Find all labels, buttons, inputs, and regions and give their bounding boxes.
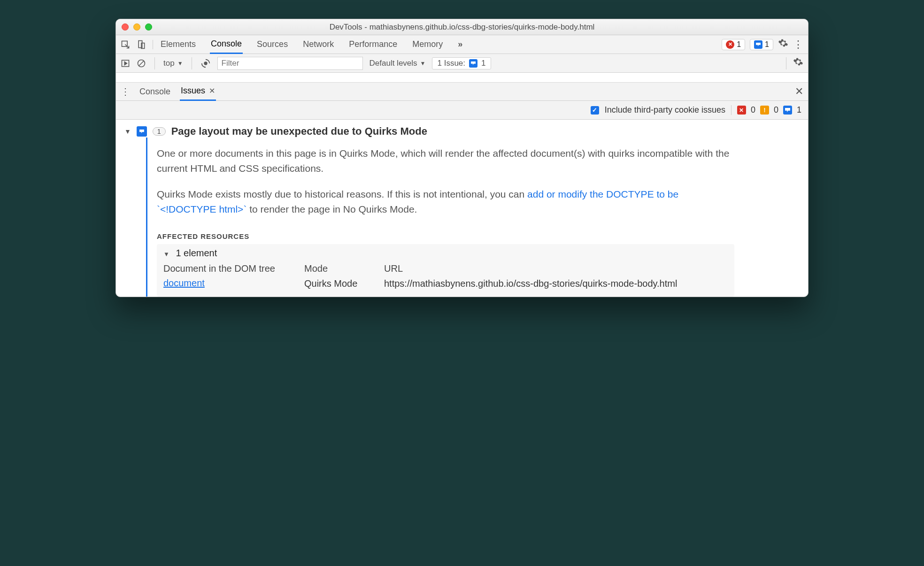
resources-table: Document in the DOM tree document Mode Q… xyxy=(163,263,728,290)
more-menu-icon[interactable]: ⋮ xyxy=(793,38,803,51)
dropdown-icon: ▼ xyxy=(420,60,426,67)
issue-count-pill: 1 xyxy=(153,127,166,136)
error-category-count: 0 xyxy=(751,105,755,115)
minimize-window-icon[interactable] xyxy=(133,23,140,31)
console-settings-icon[interactable] xyxy=(793,57,803,69)
issue-title: Page layout may be unexpected due to Qui… xyxy=(171,125,427,138)
error-category-icon xyxy=(737,106,746,115)
drawer-tab-console[interactable]: Console xyxy=(139,82,170,101)
issues-toolbar: ✓ Include third-party cookie issues 0 0 … xyxy=(116,101,808,120)
info-category-count: 1 xyxy=(797,105,801,115)
error-count-chip[interactable]: 1 xyxy=(722,39,745,50)
tabs-overflow[interactable]: » xyxy=(457,35,463,54)
url-value: https://mathiasbynens.github.io/css-dbg-… xyxy=(384,278,728,290)
live-expression-icon[interactable] xyxy=(200,58,211,69)
devtools-window: DevTools - mathiasbynens.github.io/css-d… xyxy=(116,19,808,297)
device-toolbar-icon[interactable] xyxy=(137,40,146,49)
context-select[interactable]: top ▼ xyxy=(163,59,183,68)
mode-value: Quirks Mode xyxy=(304,278,384,290)
tab-memory[interactable]: Memory xyxy=(411,35,444,54)
issue-type-icon xyxy=(137,126,147,137)
issue-count-chip[interactable]: 1 xyxy=(750,39,773,50)
main-tabbar: Elements Console Sources Network Perform… xyxy=(116,35,808,54)
drawer-menu-icon[interactable]: ⋮ xyxy=(121,86,130,97)
drawer-tabbar: ⋮ Console Issues ✕ ✕ xyxy=(116,82,808,101)
tab-console[interactable]: Console xyxy=(210,35,243,54)
col-header-url: URL xyxy=(384,263,728,274)
issues-panel: ▼ 1 Page layout may be unexpected due to… xyxy=(116,120,808,297)
console-toolbar: top ▼ Default levels ▼ 1 Issue: 1 xyxy=(116,54,808,73)
document-link[interactable]: document xyxy=(163,278,304,289)
tab-sources[interactable]: Sources xyxy=(256,35,289,54)
tab-performance[interactable]: Performance xyxy=(348,35,398,54)
expand-icon[interactable]: ▼ xyxy=(163,251,169,258)
issue-header[interactable]: ▼ 1 Page layout may be unexpected due to… xyxy=(124,125,800,138)
col-header-mode: Mode xyxy=(304,263,384,274)
filter-input[interactable] xyxy=(217,57,363,70)
clear-console-icon[interactable] xyxy=(137,59,146,68)
log-levels-select[interactable]: Default levels ▼ xyxy=(370,59,426,68)
svg-line-5 xyxy=(139,61,144,66)
close-tab-icon[interactable]: ✕ xyxy=(209,86,215,95)
element-count-row[interactable]: ▼ 1 element xyxy=(163,248,728,259)
svg-point-6 xyxy=(204,61,207,65)
warning-category-count: 0 xyxy=(774,105,778,115)
issue-paragraph: One or more documents in this page is in… xyxy=(157,146,739,176)
settings-icon[interactable] xyxy=(778,38,788,51)
warning-category-icon xyxy=(760,106,769,115)
window-title: DevTools - mathiasbynens.github.io/css-d… xyxy=(116,23,808,32)
drawer-tab-issues[interactable]: Issues ✕ xyxy=(180,82,216,101)
close-window-icon[interactable] xyxy=(122,23,129,31)
toggle-sidebar-icon[interactable] xyxy=(121,59,130,68)
close-drawer-icon[interactable]: ✕ xyxy=(795,85,803,97)
inspect-icon[interactable] xyxy=(121,40,130,49)
issue-shortcut[interactable]: 1 Issue: 1 xyxy=(432,57,491,69)
window-titlebar: DevTools - mathiasbynens.github.io/css-d… xyxy=(116,19,808,35)
tab-elements[interactable]: Elements xyxy=(160,35,197,54)
issue-icon xyxy=(754,40,762,49)
expand-icon[interactable]: ▼ xyxy=(124,128,131,135)
col-header-document: Document in the DOM tree xyxy=(163,263,304,274)
dropdown-icon: ▼ xyxy=(177,60,183,67)
checkbox-label: Include third-party cookie issues xyxy=(605,105,725,115)
issue-paragraph: Quirks Mode exists mostly due to histori… xyxy=(157,187,739,216)
affected-resources-box: ▼ 1 element Document in the DOM tree doc… xyxy=(157,244,734,297)
tab-network[interactable]: Network xyxy=(302,35,335,54)
issue-icon xyxy=(469,59,477,68)
issue-counts: 0 0 1 xyxy=(731,105,801,115)
error-icon xyxy=(726,40,734,49)
maximize-window-icon[interactable] xyxy=(145,23,152,31)
traffic-lights xyxy=(122,23,152,31)
checkbox-third-party[interactable]: ✓ xyxy=(591,106,599,115)
affected-resources-header: AFFECTED RESOURCES xyxy=(157,232,800,240)
info-category-icon xyxy=(783,106,792,115)
issue-content: One or more documents in this page is in… xyxy=(146,138,800,297)
